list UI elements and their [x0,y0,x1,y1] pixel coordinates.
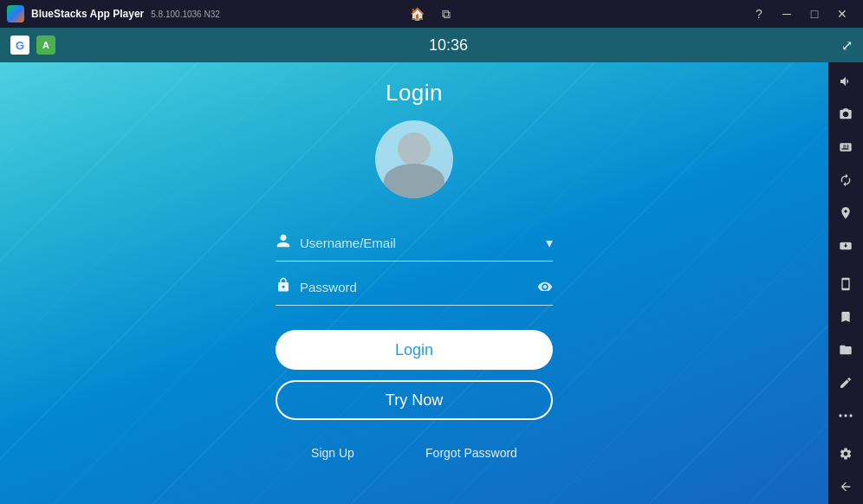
password-input[interactable] [300,280,537,294]
try-now-button[interactable]: Try Now [276,380,553,420]
sub-bar-left: G A [10,36,55,55]
title-bar-nav-icons: 🏠 ⧉ [405,2,458,26]
forgot-password-link[interactable]: Forgot Password [425,446,517,460]
dropdown-icon[interactable]: ▾ [546,235,553,251]
show-password-icon[interactable] [537,279,553,294]
right-sidebar [828,62,863,504]
bottom-links: Sign Up Forgot Password [276,446,553,460]
sign-up-link[interactable]: Sign Up [311,446,354,460]
camera-button[interactable] [830,99,861,130]
svg-point-1 [844,414,847,417]
rotate-button[interactable] [830,165,861,196]
app-version: 5.8.100.1036 N32 [151,10,220,19]
login-button[interactable]: Login [276,330,553,370]
login-form: ▾ Login Try Now [276,224,553,460]
keyboard-button[interactable] [830,132,861,163]
expand-icon[interactable]: ⤢ [841,37,853,54]
google-icon[interactable]: G [10,36,29,55]
username-input[interactable] [300,236,546,250]
performance-button[interactable] [830,230,861,262]
location-button[interactable] [830,197,861,229]
svg-point-2 [849,414,852,417]
main-area: Login ▾ [0,62,863,504]
lock-icon [276,277,300,296]
avatar-head [398,132,431,165]
restore-button[interactable]: □ [801,0,828,28]
close-button[interactable]: ✕ [828,0,856,28]
sub-bar: G A 10:36 ⤢ [0,28,863,62]
settings-button[interactable] [830,438,861,469]
avatar-body [375,120,453,198]
app-name: BlueStacks App Player [31,8,144,20]
copy-nav-icon[interactable]: ⧉ [434,2,458,26]
files-button[interactable] [830,334,861,365]
avatar [375,120,453,198]
screenshot-button[interactable] [830,301,861,333]
avatar-shoulders [384,164,444,198]
home-nav-icon[interactable]: 🏠 [405,2,429,26]
password-row [276,268,553,306]
user-icon [276,233,300,252]
minimize-button[interactable]: ─ [773,0,801,28]
help-button[interactable]: ? [745,0,773,28]
login-content: Login ▾ [0,62,828,504]
window-controls: ? ─ □ ✕ [745,0,856,28]
device-button[interactable] [830,268,861,300]
bluestacks-logo [7,5,24,23]
svg-point-0 [839,414,841,417]
title-bar: BlueStacks App Player 5.8.100.1036 N32 🏠… [0,0,863,28]
time-display: 10:36 [429,36,468,55]
draw-button[interactable] [830,367,861,398]
volume-button[interactable] [830,66,861,97]
back-nav-button[interactable] [830,471,861,502]
username-row: ▾ [276,224,553,262]
more-button[interactable] [830,400,861,431]
app-identity: BlueStacks App Player 5.8.100.1036 N32 [7,5,220,23]
login-title: Login [386,80,443,107]
app-badge[interactable]: A [36,36,55,55]
